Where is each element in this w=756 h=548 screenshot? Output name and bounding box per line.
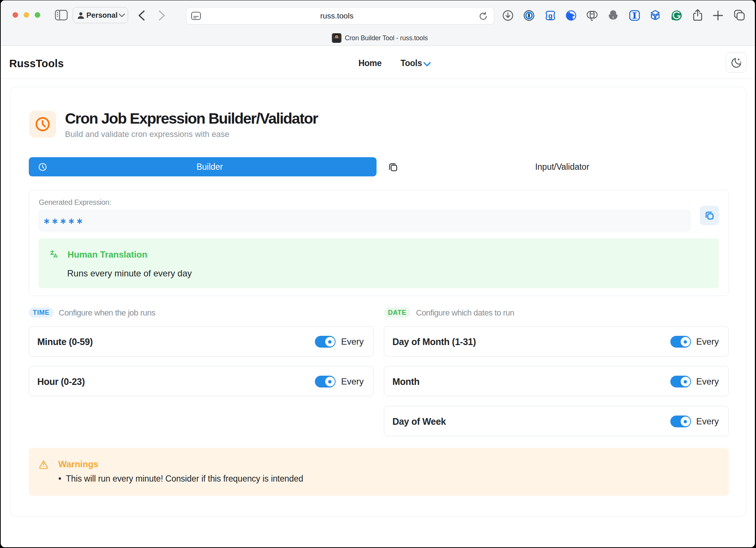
svg-text:g: g xyxy=(548,12,553,20)
